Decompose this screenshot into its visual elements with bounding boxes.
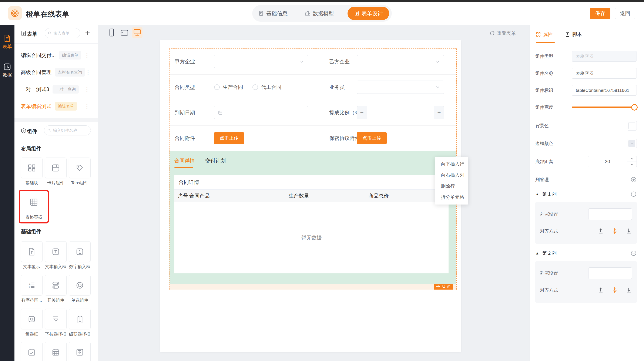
border-color-picker[interactable] [627,139,637,148]
align-middle-icon[interactable] [611,228,618,235]
add-form-button[interactable]: + [85,28,90,37]
menu-item-split-cell[interactable]: 拆分单元格 [435,192,468,203]
tab-form-design[interactable]: 表单设计 [348,7,389,20]
form-list-item[interactable]: 编辑合同交付... 编辑表单 ⋮ [14,47,98,64]
align-top-icon[interactable] [597,287,604,294]
rail-item-data[interactable]: 数据 [0,63,14,78]
device-mobile-button[interactable] [106,27,117,38]
component-id-input[interactable] [572,85,637,96]
tab-script[interactable]: 脚本 [565,31,582,38]
nda-upload-button[interactable]: 点击上传 [357,132,387,144]
more-actions-icon[interactable]: ⋮ [84,52,90,58]
salesman-select[interactable] [357,81,444,94]
component-text-input[interactable]: 文本输入框 [45,241,66,270]
column-width-input[interactable] [588,208,632,220]
collapse-triangle-icon[interactable]: ▲ [535,251,539,256]
column-1-header[interactable]: ▲ 第 1 列 [535,191,637,197]
step-down-button[interactable] [627,162,636,167]
remove-column-icon[interactable] [630,250,637,256]
tab-properties[interactable]: 属性 [536,31,553,38]
component-search-input[interactable] [53,128,88,133]
component-text-display[interactable]: 文本显示 [21,241,42,270]
form-cell[interactable]: 保密协议附件 点击上传 [313,125,457,151]
component-radio[interactable]: 单选组件 [69,275,90,303]
width-slider[interactable] [572,104,637,111]
align-middle-icon[interactable] [611,287,618,294]
component-card[interactable]: 卡片组件 [45,158,66,186]
form-cell[interactable]: 甲方企业 [170,49,313,74]
form-list-item[interactable]: 高级合同管理 左树右表查询 ⋮ [14,64,98,81]
add-column-icon[interactable] [630,176,637,183]
form-search[interactable] [45,28,80,38]
device-tablet-button[interactable] [119,27,130,38]
form-cell[interactable]: 合同类型 生产合同 代工合同 [170,74,313,100]
decrease-button[interactable]: − [357,106,367,119]
move-icon[interactable] [436,285,440,289]
align-bottom-icon[interactable] [625,287,632,294]
form-cell[interactable]: 合同附件 点击上传 [170,125,313,151]
party-a-select[interactable] [214,55,308,68]
component-cascader[interactable]: 级联选择框 [69,309,90,337]
due-date-input[interactable] [214,106,308,119]
component-date-picker[interactable] [21,342,42,361]
save-button[interactable]: 保存 [590,8,610,19]
component-number-range[interactable]: 12 数字范围... [21,275,42,303]
form-cell[interactable]: 业务员 [313,74,457,100]
component-name-input[interactable] [572,68,637,79]
column-width-input[interactable] [588,268,632,279]
party-b-select[interactable] [357,55,444,68]
bottom-margin-value[interactable] [588,156,627,167]
form-cell[interactable]: 乙方企业 [313,49,457,74]
form-list-item-selected[interactable]: 表单编辑测试 编辑表单 ⋮ [14,98,98,115]
rail-item-forms[interactable]: 表单 [0,34,14,50]
collapse-triangle-icon[interactable]: ▲ [535,192,539,196]
remove-column-icon[interactable] [630,191,637,197]
form-list-item[interactable]: 一对一测试3 一对一查询 ⋮ [14,81,98,98]
form-cell[interactable]: 提成比例（%） − + [313,100,457,125]
component-date-range[interactable] [45,342,66,361]
reset-form-button[interactable]: 重置表单 [490,30,516,36]
tab-basic-info[interactable]: 基础信息 [255,10,291,17]
more-actions-icon[interactable]: ⋮ [84,86,90,92]
more-actions-icon[interactable]: ⋮ [85,69,91,75]
device-desktop-button[interactable] [132,27,142,38]
radio-option[interactable]: 代工合同 [252,84,282,91]
component-table-container[interactable]: 表格容器 [23,192,45,220]
tab-delivery-plan[interactable]: 交付计划 [205,157,226,164]
copy-icon[interactable] [442,285,445,289]
delete-icon[interactable] [447,285,451,289]
component-checkbox[interactable]: 复选框 [21,309,42,337]
form-type-badge: 编辑表单 [59,51,81,59]
component-label: 表格容器 [25,214,42,220]
component-search[interactable] [44,125,91,135]
back-button[interactable]: 返回 [615,8,635,19]
component-switch[interactable]: 开关组件 [45,275,66,303]
form-search-input[interactable] [54,31,77,35]
form-cell[interactable]: 到期日期 [170,100,313,125]
selected-table-container[interactable]: 甲方企业 乙方企业 [169,48,457,290]
menu-item-delete-row[interactable]: 删除行 [435,181,468,192]
component-number-input[interactable]: 数字输入框 [69,241,90,270]
form-design-icon [354,11,360,16]
radio-option[interactable]: 生产合同 [214,84,243,91]
slider-handle[interactable] [631,104,638,111]
increase-button[interactable]: + [434,106,444,119]
component-upload[interactable] [69,342,90,361]
contract-upload-button[interactable]: 点击上传 [214,132,244,144]
menu-item-insert-col-right[interactable]: 向右插入列 [435,170,468,181]
text-input-icon [51,247,60,256]
tab-data-model[interactable]: 数据模型 [301,10,338,17]
bg-color-picker[interactable] [627,121,637,131]
component-basic-block[interactable]: 基础块 [21,158,42,186]
step-up-button[interactable] [627,156,636,162]
align-bottom-icon[interactable] [625,228,632,235]
component-tabs[interactable]: Tabs组件 [69,158,90,186]
component-select[interactable]: 下拉选择框 [45,309,66,337]
column-2-header[interactable]: ▲ 第 2 列 [535,250,637,256]
number-value[interactable] [367,106,434,119]
component-label: 级联选择框 [69,331,90,337]
align-top-icon[interactable] [597,228,604,235]
more-actions-icon[interactable]: ⋮ [84,103,90,109]
menu-item-insert-row-below[interactable]: 向下插入行 [435,159,468,170]
tab-contract-detail[interactable]: 合同详情 [174,157,195,164]
